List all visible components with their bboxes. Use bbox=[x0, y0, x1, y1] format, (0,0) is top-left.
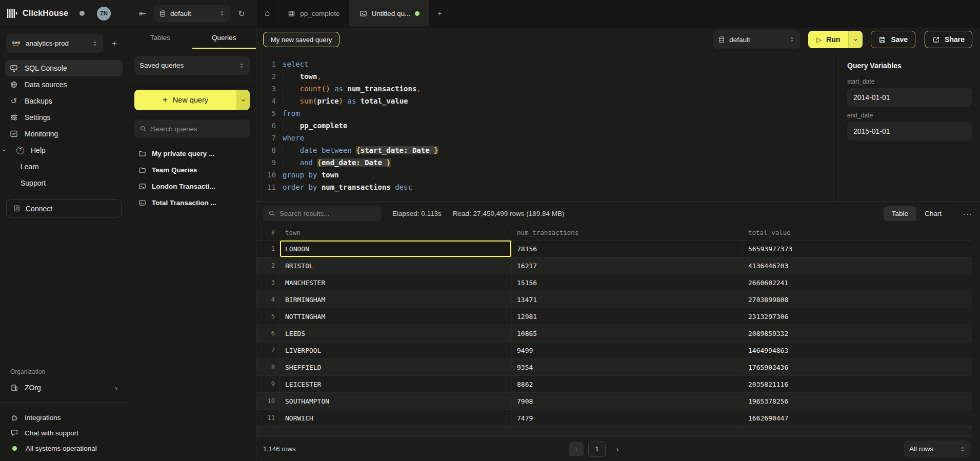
sidebar-item-backups[interactable]: ↺ Backups bbox=[5, 93, 123, 109]
end-date-input[interactable] bbox=[847, 122, 972, 141]
avatar[interactable]: ZN bbox=[97, 7, 111, 21]
sidebar-item-support[interactable]: Support bbox=[0, 175, 128, 191]
prev-page-button[interactable]: ‹ bbox=[569, 442, 584, 456]
town-cell[interactable]: SHEFFIELD bbox=[280, 359, 512, 375]
start-date-input[interactable] bbox=[847, 88, 972, 107]
chart-view-button[interactable]: Chart bbox=[916, 206, 950, 221]
new-query-button[interactable]: + New query bbox=[134, 90, 250, 110]
sidebar-item-settings[interactable]: Settings bbox=[5, 109, 123, 126]
sidebar-item-integrations[interactable]: Integrations bbox=[0, 410, 128, 425]
saved-query-tab[interactable]: My new saved query bbox=[263, 32, 339, 47]
num-transactions-cell[interactable]: 16217 bbox=[512, 257, 743, 274]
new-tab-button[interactable]: + bbox=[429, 0, 450, 27]
add-service-button[interactable]: + bbox=[107, 36, 122, 51]
sql-token bbox=[330, 85, 334, 93]
organization-item[interactable]: ZOrg › bbox=[5, 379, 123, 396]
town-cell[interactable]: BIRMINGHAM bbox=[280, 291, 512, 308]
total-value-cell[interactable]: 1965378256 bbox=[743, 393, 972, 409]
run-button[interactable]: ▷ Run bbox=[808, 31, 863, 48]
run-label: Run bbox=[826, 35, 840, 44]
more-options-icon[interactable]: ··· bbox=[963, 209, 972, 218]
new-query-dropdown[interactable] bbox=[236, 90, 250, 110]
row-number-cell: 8 bbox=[256, 359, 280, 375]
town-cell[interactable]: BRISTOL bbox=[280, 257, 512, 274]
num-transactions-cell[interactable]: 12981 bbox=[512, 308, 743, 325]
tab-tables[interactable]: Tables bbox=[128, 28, 192, 49]
num-transactions-cell[interactable]: 9499 bbox=[512, 342, 743, 358]
total-value-cell[interactable]: 1765902436 bbox=[743, 359, 972, 375]
num-transactions-cell[interactable]: 15156 bbox=[512, 274, 743, 291]
sql-token: } bbox=[386, 158, 390, 167]
service-row: aws analytics-prod + bbox=[0, 34, 128, 60]
sidebar-item-data-sources[interactable]: Data sources bbox=[5, 76, 123, 93]
sql-token: start_date: Date bbox=[361, 146, 434, 154]
town-cell[interactable]: LIVERPOOL bbox=[280, 342, 512, 358]
tab-queries[interactable]: Queries bbox=[192, 28, 256, 49]
saved-queries-value: Saved queries bbox=[139, 62, 234, 69]
total-value-cell[interactable]: 4136446703 bbox=[743, 257, 972, 274]
query-folder-item[interactable]: My private query ... bbox=[130, 145, 254, 162]
sidebar-item-learn[interactable]: Learn bbox=[0, 158, 128, 175]
total-value-cell[interactable]: 2035821116 bbox=[743, 376, 972, 392]
share-button[interactable]: Share bbox=[925, 31, 972, 48]
num-transactions-cell[interactable]: 7479 bbox=[512, 410, 743, 426]
refresh-icon[interactable]: ↻ bbox=[234, 6, 249, 21]
total-value-cell[interactable]: 2313297306 bbox=[743, 308, 972, 325]
town-cell[interactable]: NORWICH bbox=[280, 410, 512, 426]
sidebar-item-sql-console[interactable]: SQL Console bbox=[5, 60, 123, 76]
total-value-cell[interactable]: 56593977373 bbox=[743, 240, 972, 257]
num-transactions-cell[interactable]: 7908 bbox=[512, 393, 743, 409]
sidebar-item-help[interactable]: ? Help bbox=[5, 142, 123, 158]
current-page[interactable]: 1 bbox=[588, 442, 606, 457]
run-database-selector[interactable]: default bbox=[713, 30, 800, 49]
town-cell[interactable]: SOUTHAMPTON bbox=[280, 393, 512, 409]
town-cell[interactable]: NOTTINGHAM bbox=[280, 308, 512, 325]
total-value-cell[interactable]: 2703899808 bbox=[743, 291, 972, 308]
database-selector[interactable]: default bbox=[154, 5, 230, 22]
sql-token: order bbox=[283, 183, 304, 191]
total-value-cell[interactable]: 1464994863 bbox=[743, 342, 972, 358]
total-value-cell[interactable]: 2089859332 bbox=[743, 325, 972, 342]
saved-queries-selector[interactable]: Saved queries bbox=[134, 56, 250, 75]
town-cell[interactable]: LEICESTER bbox=[280, 376, 512, 392]
connect-button[interactable]: Connect bbox=[6, 199, 122, 217]
save-button[interactable]: Save bbox=[871, 31, 915, 48]
service-selector[interactable]: aws analytics-prod bbox=[6, 34, 103, 53]
system-status-item[interactable]: All systems operational bbox=[0, 440, 128, 456]
search-queries-input[interactable] bbox=[151, 125, 245, 133]
header-town[interactable]: town bbox=[280, 229, 512, 236]
saved-query-item[interactable]: Total Transaction ... bbox=[130, 194, 254, 211]
run-options-dropdown[interactable] bbox=[848, 31, 863, 48]
backups-icon: ↺ bbox=[9, 96, 18, 106]
sql-token: { bbox=[317, 158, 321, 167]
num-transactions-cell[interactable]: 13471 bbox=[512, 291, 743, 308]
sidebar-item-label: Monitoring bbox=[25, 130, 58, 138]
header-total-value[interactable]: total_value bbox=[743, 229, 972, 236]
town-cell[interactable]: LEEDS bbox=[280, 325, 512, 342]
saved-query-item[interactable]: London Transacti... bbox=[130, 178, 254, 194]
sql-token: and bbox=[300, 158, 313, 167]
sql-token: () bbox=[322, 85, 330, 93]
search-results-input[interactable] bbox=[279, 210, 376, 217]
next-page-button[interactable]: › bbox=[610, 442, 625, 456]
town-cell[interactable]: LONDON bbox=[280, 240, 512, 257]
num-transactions-cell[interactable]: 10865 bbox=[512, 325, 743, 342]
town-cell[interactable]: MANCHESTER bbox=[280, 274, 512, 291]
num-transactions-cell[interactable]: 8862 bbox=[512, 376, 743, 392]
table-view-button[interactable]: Table bbox=[884, 206, 916, 221]
tab-untitled-query[interactable]: Untitled qu... bbox=[350, 0, 430, 27]
tab-pp-complete[interactable]: pp_complete bbox=[278, 0, 349, 27]
sql-editor[interactable]: 1select 2 town, 3 count() as num_transac… bbox=[256, 51, 839, 201]
collapse-sidebar-button[interactable]: ⇤ bbox=[135, 6, 150, 21]
header-num-transactions[interactable]: num_transactions bbox=[512, 229, 743, 236]
home-tab[interactable]: ⌂ bbox=[256, 0, 278, 27]
sidebar-item-monitoring[interactable]: Monitoring bbox=[5, 126, 123, 142]
total-value-cell[interactable]: 2660602241 bbox=[743, 274, 972, 291]
num-transactions-cell[interactable]: 9354 bbox=[512, 359, 743, 375]
query-folder-item[interactable]: Team Queries bbox=[130, 162, 254, 178]
page-size-selector[interactable]: All rows bbox=[904, 440, 971, 457]
pagination: ‹ 1 › bbox=[569, 442, 625, 457]
num-transactions-cell[interactable]: 78156 bbox=[512, 240, 743, 257]
sidebar-item-chat-support[interactable]: Chat with support bbox=[0, 425, 128, 440]
total-value-cell[interactable]: 1662690447 bbox=[743, 410, 972, 426]
